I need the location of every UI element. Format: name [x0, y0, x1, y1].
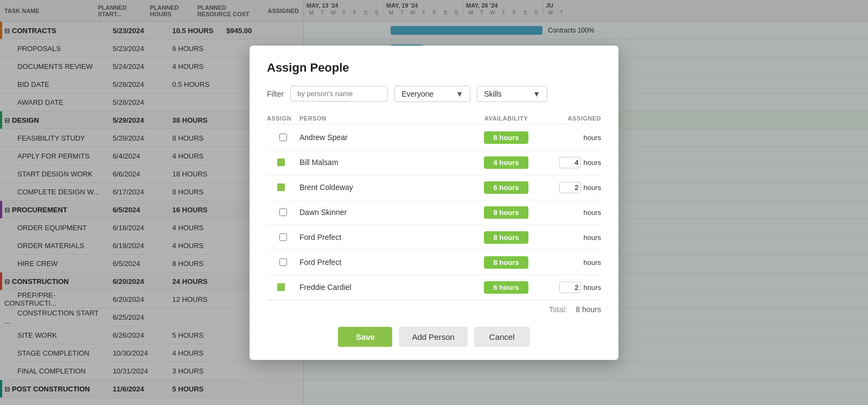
person-assign-cell-ford1 [267, 233, 299, 241]
person-assign-cell-freddie [267, 283, 299, 291]
person-assigned-cell-andrew: hours [541, 134, 601, 142]
person-assigned-cell-brent: hours [541, 182, 601, 193]
person-availability-ford2: 8 hours [471, 256, 541, 269]
total-value: 8 hours [576, 305, 601, 314]
filter-everyone-label: Everyone [401, 90, 433, 98]
save-button[interactable]: Save [338, 327, 392, 347]
col-header-availability: AVAILABILITY [471, 115, 541, 122]
person-availability-andrew: 8 hours [471, 131, 541, 144]
person-row-brent: Brent Coldeway6 hourshours [267, 175, 601, 200]
person-checkbox-dawn[interactable] [279, 208, 287, 216]
assigned-input-freddie[interactable] [559, 282, 581, 293]
add-person-button[interactable]: Add Person [399, 327, 467, 347]
person-availability-brent: 6 hours [471, 181, 541, 194]
filter-everyone-dropdown[interactable]: Everyone ▼ [394, 86, 470, 102]
filter-label: Filter [267, 90, 284, 98]
person-row-ford1: Ford Prefect8 hourshours [267, 225, 601, 250]
person-row-andrew: Andrew Spear8 hourshours [267, 125, 601, 150]
person-name-ford1: Ford Prefect [299, 233, 471, 242]
person-checkbox-ford1[interactable] [279, 233, 287, 241]
col-header-assigned: ASSIGNED [541, 115, 601, 122]
modal-overlay: Assign People Filter Everyone ▼ Skills ▼… [0, 0, 868, 405]
avail-badge-dawn: 8 hours [484, 206, 529, 219]
person-assigned-cell-bill: hours [541, 157, 601, 168]
people-table-header: ASSIGN PERSON AVAILABILITY ASSIGNED [267, 113, 601, 124]
modal-filter-row: Filter Everyone ▼ Skills ▼ [267, 86, 601, 102]
person-name-brent: Brent Coldeway [299, 183, 471, 192]
total-label: Total: [549, 305, 567, 314]
filter-name-input[interactable] [290, 86, 388, 102]
person-availability-dawn: 8 hours [471, 206, 541, 219]
person-assign-cell-bill [267, 159, 299, 166]
avail-badge-ford1: 8 hours [484, 231, 529, 244]
avail-badge-bill: 4 hours [484, 156, 529, 169]
person-assign-cell-andrew [267, 134, 299, 141]
avail-badge-brent: 6 hours [484, 181, 529, 194]
col-header-assign: ASSIGN [267, 115, 299, 122]
person-availability-bill: 4 hours [471, 156, 541, 169]
person-name-freddie: Freddie Cardiel [299, 283, 471, 292]
assign-people-modal: Assign People Filter Everyone ▼ Skills ▼… [250, 46, 618, 360]
assigned-hours-label-bill: hours [583, 159, 601, 167]
person-row-freddie: Freddie Cardiel6 hourshours [267, 275, 601, 300]
assigned-hours-label-dawn: hours [583, 208, 601, 217]
filter-skills-dropdown[interactable]: Skills ▼ [477, 86, 547, 102]
chevron-down-skills-icon: ▼ [533, 90, 540, 98]
person-indicator-freddie [277, 283, 285, 291]
modal-footer: Save Add Person Cancel [267, 327, 601, 347]
person-name-ford2: Ford Prefect [299, 258, 471, 267]
assigned-input-brent[interactable] [559, 182, 581, 193]
assigned-hours-label-brent: hours [583, 183, 601, 192]
person-row-ford2: Ford Prefect8 hourshours [267, 250, 601, 275]
person-availability-freddie: 6 hours [471, 281, 541, 294]
assigned-hours-label-ford2: hours [583, 258, 601, 267]
filter-skills-label: Skills [484, 90, 502, 98]
assigned-hours-label-ford1: hours [583, 233, 601, 242]
person-row-bill: Bill Malsam4 hourshours [267, 150, 601, 175]
modal-title: Assign People [267, 61, 601, 75]
person-availability-ford1: 8 hours [471, 231, 541, 244]
person-name-dawn: Dawn Skinner [299, 208, 471, 217]
person-assign-cell-ford2 [267, 258, 299, 266]
person-assigned-cell-ford1: hours [541, 233, 601, 242]
chevron-down-icon: ▼ [456, 90, 463, 98]
people-list: Andrew Spear8 hourshoursBill Malsam4 hou… [267, 125, 601, 300]
person-assigned-cell-ford2: hours [541, 258, 601, 267]
person-row-dawn: Dawn Skinner8 hourshours [267, 200, 601, 225]
person-assign-cell-dawn [267, 208, 299, 216]
assigned-input-bill[interactable] [559, 157, 581, 168]
assigned-hours-label-freddie: hours [583, 283, 601, 292]
avail-badge-ford2: 8 hours [484, 256, 529, 269]
person-assigned-cell-freddie: hours [541, 282, 601, 293]
total-row: Total: 8 hours [267, 300, 601, 318]
person-assigned-cell-dawn: hours [541, 208, 601, 217]
person-name-bill: Bill Malsam [299, 158, 471, 167]
avail-badge-freddie: 6 hours [484, 281, 529, 294]
person-checkbox-ford2[interactable] [279, 258, 287, 266]
person-indicator-bill [277, 159, 285, 166]
person-name-andrew: Andrew Spear [299, 133, 471, 142]
avail-badge-andrew: 8 hours [484, 131, 529, 144]
assigned-hours-label-andrew: hours [583, 134, 601, 142]
cancel-button[interactable]: Cancel [474, 327, 530, 347]
person-indicator-brent [277, 183, 285, 191]
col-header-person: PERSON [299, 115, 471, 122]
person-checkbox-andrew[interactable] [279, 134, 287, 141]
person-assign-cell-brent [267, 183, 299, 191]
